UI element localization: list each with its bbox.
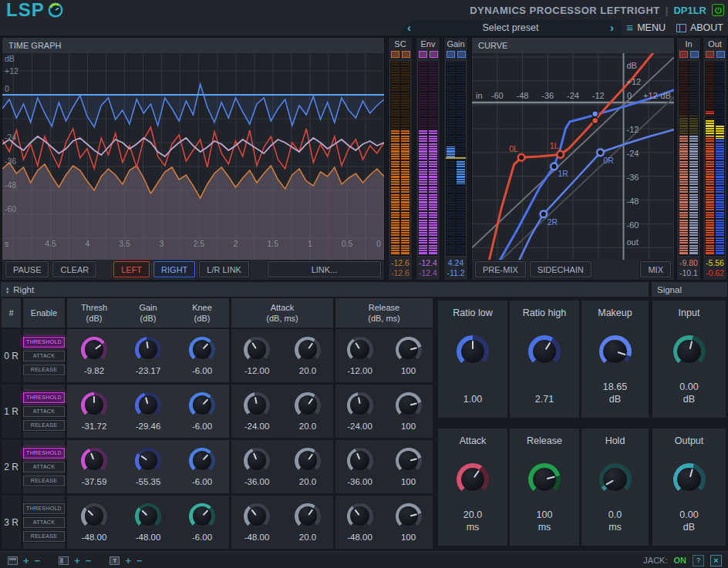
gain-channel-toggle-1[interactable] — [457, 51, 466, 58]
release-time-knob-0R[interactable] — [396, 337, 422, 363]
release-time-knob-1R[interactable] — [396, 392, 422, 418]
threshold-toggle-3R[interactable]: THRESHOLD — [23, 503, 65, 514]
window-scale-down-button[interactable]: − — [35, 556, 41, 565]
gain-knob-1R[interactable] — [135, 392, 161, 418]
attack-knob[interactable] — [457, 463, 489, 496]
attack-toggle-3R[interactable]: ATTACK — [23, 517, 65, 528]
knee-knob-1R[interactable] — [189, 392, 215, 418]
preset-next-button[interactable]: › — [602, 21, 622, 35]
graph-scale-icon[interactable] — [59, 556, 69, 565]
gain-channel-toggle-0[interactable] — [447, 51, 455, 58]
window-scale-icon[interactable] — [8, 556, 18, 565]
attack-level-knob-0R[interactable] — [244, 337, 270, 363]
attack-time-knob-0R[interactable] — [295, 337, 321, 363]
input-knob[interactable] — [673, 335, 706, 368]
left-channel-button[interactable]: LEFT — [113, 261, 150, 277]
output-knob[interactable] — [673, 463, 706, 496]
curve-unity-dim — [480, 89, 674, 260]
graph-scale-up-button[interactable]: + — [74, 556, 80, 565]
gain-knob-0R[interactable] — [135, 337, 161, 363]
input-value: 0.00dB — [679, 381, 698, 405]
font-scale-icon[interactable]: T — [110, 556, 120, 565]
release-time-knob-2R[interactable] — [396, 448, 422, 474]
sidechain-button[interactable]: SIDECHAIN — [530, 261, 592, 277]
ratio-low-knob[interactable] — [457, 335, 489, 368]
release-toggle-3R[interactable]: RELEASE — [23, 531, 65, 542]
env-channel-toggle-1[interactable] — [430, 51, 438, 58]
attack-time-knob-3R[interactable] — [295, 503, 321, 529]
release-level-knob-1R[interactable] — [347, 392, 373, 418]
preset-prev-button[interactable]: ‹ — [399, 21, 419, 35]
attack-toggle-1R[interactable]: ATTACK — [23, 406, 65, 417]
channel-selector[interactable]: ▴▾ Right — [1, 282, 649, 297]
knob-value: -31.72 — [82, 422, 107, 431]
makeup-knob[interactable] — [599, 335, 632, 368]
curve-plot[interactable]: 0L1L1R0R2Rin-60-48-36-24-120+12dBdB+12-1… — [472, 53, 674, 260]
in-channel-toggle-1[interactable] — [690, 51, 699, 58]
power-icon[interactable] — [712, 4, 724, 16]
ratio-high-knob[interactable] — [528, 335, 561, 368]
lr-link-button[interactable]: L/R LINK — [199, 261, 249, 277]
window-scale-up-button[interactable]: + — [23, 556, 29, 565]
makeup-label: Makeup — [598, 308, 632, 318]
threshold-toggle-0R[interactable]: THRESHOLD — [23, 337, 65, 348]
font-scale-down-button[interactable]: − — [136, 556, 143, 565]
env-channel-toggle-0[interactable] — [419, 51, 427, 58]
attack-level-knob-3R[interactable] — [244, 503, 270, 529]
mix-button[interactable]: MIX — [640, 261, 671, 277]
preset-selector[interactable]: ‹ Select preset › — [399, 20, 622, 35]
release-level-knob-0R[interactable] — [347, 337, 373, 363]
pre-mix-button[interactable]: PRE-MIX — [475, 261, 526, 277]
gain-meter: Gain4.24-11.2 — [443, 37, 468, 281]
right-channel-button[interactable]: RIGHT — [153, 261, 195, 277]
release-level-knob-2R[interactable] — [347, 448, 373, 474]
release-toggle-2R[interactable]: RELEASE — [23, 476, 65, 486]
knob-pointer — [90, 452, 95, 459]
disconnect-icon[interactable]: × — [710, 555, 722, 566]
help-icon[interactable]: ? — [693, 555, 704, 566]
attack-cell: -36.0020.0 — [231, 440, 333, 493]
out-channel-toggle-1[interactable] — [716, 51, 725, 58]
release-level-knob-3R[interactable] — [347, 503, 373, 529]
threshold-toggle-1R[interactable]: THRESHOLD — [23, 392, 65, 403]
attack-level-knob-2R[interactable] — [244, 448, 270, 474]
threshold-toggle-2R[interactable]: THRESHOLD — [23, 448, 65, 459]
time-graph-plot[interactable]: dB+120-24-36-48-60s4.543.532.521.510.50 — [2, 53, 384, 260]
graph-scale-down-button[interactable]: − — [86, 556, 92, 565]
thresh-knob-3R[interactable] — [81, 503, 107, 529]
attack-time-knob-2R[interactable] — [295, 448, 321, 474]
attack-toggle-2R[interactable]: ATTACK — [23, 462, 65, 472]
about-button[interactable]: ABOUT — [676, 22, 723, 33]
knee-knob-3R[interactable] — [189, 503, 215, 529]
release-toggle-0R[interactable]: RELEASE — [23, 365, 65, 375]
release-time-knob-3R[interactable] — [396, 503, 422, 529]
out-channel-toggle-0[interactable] — [706, 51, 714, 58]
release-toggle-1R[interactable]: RELEASE — [23, 420, 65, 431]
curve-point-1R[interactable]: 1R — [549, 161, 568, 178]
gain-knob-3R[interactable] — [135, 503, 161, 529]
attack-toggle-0R[interactable]: ATTACK — [23, 351, 65, 361]
meter-bar — [689, 62, 698, 255]
thresh-knob-0R[interactable] — [81, 337, 107, 363]
knee-knob-0R[interactable] — [189, 337, 215, 363]
font-scale-up-button[interactable]: + — [125, 556, 131, 565]
preset-label[interactable]: Select preset — [419, 22, 602, 33]
pause-button[interactable]: PAUSE — [5, 261, 49, 277]
link-button[interactable]: LINK... — [268, 261, 381, 277]
gain-knob-2R[interactable] — [135, 448, 161, 474]
attack-level-knob-1R[interactable] — [244, 392, 270, 418]
in-channel-toggle-0[interactable] — [679, 51, 688, 58]
clear-button[interactable]: CLEAR — [52, 261, 96, 277]
curve-point-0L[interactable]: 0L — [509, 144, 527, 163]
thresh-knob-1R[interactable] — [81, 392, 107, 418]
sc-channel-toggle-1[interactable] — [402, 51, 410, 58]
attack-time-knob-1R[interactable] — [295, 392, 321, 418]
knee-knob-2R[interactable] — [189, 448, 215, 474]
thresh-knob-2R[interactable] — [81, 448, 107, 474]
menu-button[interactable]: ≡ MENU — [626, 22, 666, 33]
hold-knob[interactable] — [599, 463, 632, 496]
sc-channel-toggle-0[interactable] — [391, 51, 399, 58]
svg-text:3: 3 — [160, 239, 164, 248]
release-knob[interactable] — [528, 463, 561, 496]
curve-point-1L[interactable]: 1L — [550, 141, 566, 160]
